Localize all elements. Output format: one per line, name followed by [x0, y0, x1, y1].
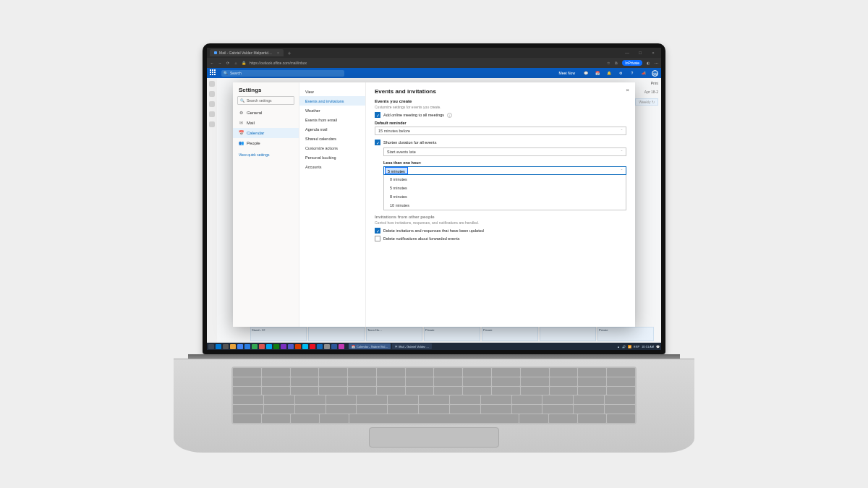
settings-search-input[interactable]: 🔍 Search settings — [237, 96, 294, 105]
outlook-search-box[interactable]: 🔍 Search — [221, 70, 344, 77]
refresh-icon[interactable]: ⟳ — [226, 61, 230, 65]
subnav-weather[interactable]: Weather — [299, 106, 365, 115]
back-icon[interactable]: ← — [210, 61, 214, 65]
taskbar-app-icon[interactable] — [331, 344, 337, 349]
help-icon[interactable]: ? — [629, 71, 636, 75]
subnav-accounts[interactable]: Accounts — [299, 162, 365, 171]
view-weekly-button[interactable]: Weekly ↻ — [635, 98, 658, 106]
rail-todo-icon[interactable] — [209, 121, 215, 127]
taskbar-app-icon[interactable] — [266, 344, 272, 349]
calendar-event[interactable] — [540, 327, 596, 341]
settings-icon[interactable]: ⚙ — [617, 71, 624, 75]
action-center-icon[interactable]: 💬 — [656, 345, 660, 348]
taskbar-window[interactable]: 📅Calendar - Gabriel Val… — [349, 343, 391, 349]
settings-nav-column: Settings 🔍 Search settings ⚙General✉Mail… — [233, 82, 299, 327]
new-tab-button[interactable]: ＋ — [286, 49, 292, 57]
task-label: Mail - Gabriel Valdez … — [399, 345, 429, 348]
taskbar-app-icon[interactable] — [237, 344, 243, 349]
home-icon[interactable]: ⌂ — [234, 61, 238, 65]
calendar-event[interactable]: Private — [597, 327, 654, 341]
rail-calendar-icon[interactable] — [209, 91, 215, 97]
profile-icon[interactable]: ◐ — [646, 61, 650, 65]
tray-clock[interactable]: 10:51 AM — [642, 345, 654, 348]
checkbox-delete-updated[interactable]: ✓ Delete invitations and responses that … — [375, 228, 626, 234]
megaphone-icon[interactable]: 📣 — [640, 71, 647, 75]
checkbox-add-online-meeting[interactable]: ✓ Add online meeting to all meetings i — [375, 112, 626, 118]
settings-nav-people[interactable]: 👥People — [233, 138, 299, 148]
taskbar-app-icon[interactable] — [244, 344, 250, 349]
checkbox-delete-forwarded[interactable]: Delete notifications about forwarded eve… — [375, 236, 626, 241]
taskbar-app-icon[interactable] — [273, 344, 279, 349]
rail-mail-icon[interactable] — [209, 81, 215, 87]
account-avatar[interactable]: GM — [652, 70, 658, 77]
subnav-customize-actions[interactable]: Customize actions — [299, 143, 365, 153]
calendar-event[interactable]: Private — [424, 327, 480, 341]
subnav-agenda-mail[interactable]: Agenda mail — [299, 124, 365, 134]
taskbar-window[interactable]: ✉Mail - Gabriel Valdez … — [392, 343, 432, 349]
calendar-event[interactable]: Team Hu… — [366, 327, 422, 341]
window-minimize-button[interactable]: — — [622, 51, 632, 55]
subnav-events-from-email[interactable]: Events from email — [299, 115, 365, 124]
taskbar-app-icon[interactable] — [288, 344, 294, 349]
app-launcher-icon[interactable] — [210, 69, 217, 77]
laptop-trackpad — [369, 427, 499, 448]
dropdown-option[interactable]: 8 minutes — [384, 192, 626, 201]
more-icon[interactable]: ⋯ — [654, 61, 658, 65]
settings-nav-calendar[interactable]: 📅Calendar — [233, 128, 299, 138]
taskbar-app-icon[interactable] — [302, 344, 308, 349]
subnav-view[interactable]: View — [299, 87, 365, 96]
window-close-button[interactable]: × — [648, 51, 658, 55]
checkbox-shorten-duration[interactable]: ✓ Shorten duration for all events — [375, 140, 626, 145]
section-hint: Customize settings for events you create… — [375, 105, 626, 109]
taskbar-app-icon[interactable] — [339, 344, 344, 349]
inprivate-badge: InPrivate — [622, 60, 642, 66]
calendar-event[interactable] — [308, 327, 365, 341]
taskbar-app-icon[interactable] — [324, 344, 330, 349]
subnav-shared-calendars[interactable]: Shared calendars — [299, 134, 365, 143]
url-text[interactable]: https://outlook.office.com/mail/inbox — [250, 61, 307, 65]
dialog-close-button[interactable]: × — [626, 87, 629, 93]
subnav-personal-booking[interactable]: Personal booking — [299, 153, 365, 162]
tab-title: Mail - Gabriel Valdez Malpartid… — [219, 51, 272, 55]
rail-people-icon[interactable] — [209, 101, 215, 107]
windows-taskbar: 📅Calendar - Gabriel Val…✉Mail - Gabriel … — [207, 343, 661, 350]
window-maximize-button[interactable]: □ — [635, 51, 645, 55]
calendar-icon[interactable]: 📅 — [594, 71, 601, 75]
notifications-icon[interactable]: 🔔 — [605, 71, 613, 75]
tab-close-icon[interactable]: × — [277, 51, 279, 55]
taskbar-app-icon[interactable] — [230, 344, 236, 349]
taskbar-app-icon[interactable] — [310, 344, 315, 349]
select-default-reminder[interactable]: 15 minutes before ˅ — [375, 127, 626, 135]
teams-icon[interactable]: 💬 — [582, 71, 590, 75]
dropdown-option[interactable]: 0 minutes — [384, 175, 626, 184]
taskbar-app-icon[interactable] — [252, 344, 258, 349]
system-tray[interactable]: ▲🔊📶 ESP 10:51 AM 💬 — [617, 345, 660, 348]
taskbar-app-icon[interactable] — [216, 344, 221, 349]
info-icon[interactable]: i — [447, 113, 452, 118]
dropdown-option[interactable]: 5 minutes — [384, 184, 626, 192]
star-icon[interactable]: ☆ — [606, 61, 610, 65]
calendar-event[interactable]: Stand - 22 — [250, 327, 307, 341]
rail-files-icon[interactable] — [209, 111, 215, 117]
tray-language[interactable]: ESP — [634, 345, 639, 348]
chevron-down-icon: ˅ — [621, 129, 623, 134]
select-start-events-late[interactable]: Start events late ˅ — [383, 147, 626, 156]
taskbar-app-icon[interactable] — [281, 344, 286, 349]
print-button[interactable]: Print — [651, 81, 658, 85]
start-button[interactable] — [208, 344, 214, 349]
collections-icon[interactable]: ⧉ — [614, 61, 618, 66]
browser-tab[interactable]: Mail - Gabriel Valdez Malpartid… × — [210, 49, 284, 56]
settings-nav-mail[interactable]: ✉Mail — [233, 118, 299, 128]
settings-nav-general[interactable]: ⚙General — [233, 108, 299, 118]
taskbar-app-icon[interactable] — [259, 344, 265, 349]
select-less-than-hour[interactable]: 5 minutes ˅ — [383, 166, 626, 175]
dropdown-option[interactable]: 10 minutes — [384, 201, 626, 210]
forward-icon[interactable]: → — [218, 61, 222, 65]
taskbar-app-icon[interactable] — [223, 344, 229, 349]
calendar-event[interactable]: Private — [482, 327, 538, 341]
view-quick-settings-link[interactable]: View quick settings — [233, 148, 299, 161]
taskbar-app-icon[interactable] — [317, 344, 323, 349]
meet-now-button[interactable]: Meet Now — [558, 71, 575, 75]
subnav-events-and-invitations[interactable]: Events and invitations — [299, 96, 365, 106]
taskbar-app-icon[interactable] — [295, 344, 301, 349]
